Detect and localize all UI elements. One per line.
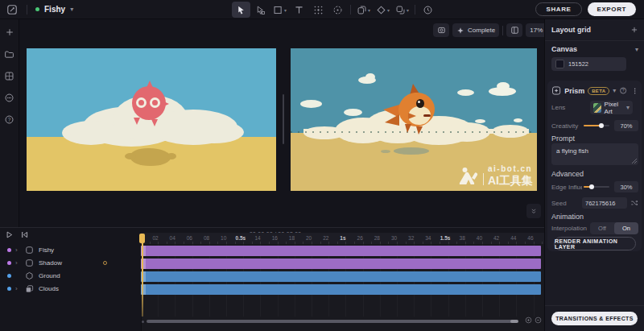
edge-influence-slider[interactable]: [584, 186, 609, 188]
add-icon[interactable]: [3, 26, 16, 39]
layout-grid-label: Layout grid: [551, 26, 591, 34]
interpolation-label: Interpolation: [551, 225, 587, 232]
scrollbar-end-cap: [510, 320, 518, 323]
canvas-color-swatch[interactable]: [555, 60, 564, 68]
prism-title: Prism: [564, 87, 584, 95]
snapshot-button[interactable]: [433, 23, 449, 37]
zoom-in-icon[interactable]: [525, 317, 532, 324]
edge-knob[interactable]: [589, 184, 594, 189]
history-tool-button[interactable]: [419, 2, 437, 18]
export-button[interactable]: EXPORT: [588, 2, 637, 16]
svg-text:?: ?: [8, 116, 11, 122]
horizontal-scrollbar[interactable]: [142, 320, 522, 323]
chevron-down-icon[interactable]: ▾: [613, 87, 616, 94]
help-icon[interactable]: ?: [3, 113, 16, 126]
interpolation-row: Interpolation Off On: [551, 222, 638, 234]
transitions-effects-button[interactable]: TRANSITIONS & EFFECTS: [551, 312, 638, 325]
chat-icon[interactable]: [3, 91, 16, 104]
node-select-tool-button[interactable]: [251, 2, 270, 18]
frame-tool-button[interactable]: ▾: [354, 2, 373, 18]
edge-influence-value[interactable]: 30%: [614, 181, 638, 192]
advanced-label: Advanced: [551, 170, 584, 178]
share-button[interactable]: SHARE: [535, 2, 581, 16]
scrollbar-thumb[interactable]: [147, 320, 514, 323]
svg-text:?: ?: [622, 88, 625, 93]
interpolation-off-option[interactable]: Off: [590, 222, 614, 234]
creativity-knob[interactable]: [599, 123, 604, 128]
keyframe-indicator[interactable]: [103, 261, 107, 265]
shuffle-icon[interactable]: [630, 199, 638, 207]
prompt-row: a flying fish: [547, 143, 642, 165]
watermark-title: AI工具集: [488, 175, 533, 186]
add-layout-grid-icon[interactable]: [630, 26, 638, 34]
canvas-section-header[interactable]: Canvas ▾: [551, 45, 638, 53]
resize-handle[interactable]: [632, 159, 637, 163]
seed-input[interactable]: 762175616: [582, 197, 627, 209]
lens-value: Pixel Art: [605, 101, 623, 115]
folder-icon[interactable]: [3, 48, 16, 60]
animation-frame-render[interactable]: ai-bot.cn AI工具集: [291, 48, 537, 191]
prism-header[interactable]: Prism BETA ▾ ?: [551, 85, 638, 96]
fish-shadow: [394, 147, 429, 155]
edge-influence-label: Edge Influe...: [551, 184, 582, 191]
prism-icon: [551, 85, 561, 96]
fish-shadow-bit: [381, 150, 390, 153]
rectangle-tool-button[interactable]: ▾: [270, 2, 289, 18]
layer-color-dot: [7, 261, 11, 265]
select-tool-button[interactable]: [232, 2, 250, 18]
seed-label: Seed: [551, 200, 567, 207]
app-logo-icon[interactable]: [6, 3, 19, 16]
layer-row-shadow[interactable]: ›Shadow: [0, 257, 141, 269]
timeline-track-clouds[interactable]: [141, 284, 541, 295]
render-animation-layer-button[interactable]: RENDER ANIMATION LAYER: [554, 237, 636, 250]
creativity-slider[interactable]: [584, 125, 609, 126]
fish-fin: [405, 124, 411, 133]
animation-frame-source[interactable]: [27, 48, 276, 191]
layer-name: Fishy: [39, 246, 54, 254]
layer-expand-chevron-icon[interactable]: ›: [15, 286, 21, 292]
canvas-section-label: Canvas: [551, 45, 577, 53]
interpolation-on-option[interactable]: On: [614, 222, 638, 234]
track-lanes: [141, 228, 541, 317]
layer-row-fishy[interactable]: ›Fishy: [0, 244, 141, 256]
watermark-logo-icon: [458, 167, 479, 184]
zoom-out-icon[interactable]: [535, 317, 542, 324]
tool-bar: ▾ ▾ ▾ ▾: [232, 2, 437, 18]
prompt-input[interactable]: a flying fish: [551, 143, 638, 165]
collapse-panel-button[interactable]: [526, 204, 541, 218]
fish-side-fin: [408, 113, 416, 119]
assets-icon[interactable]: [3, 69, 16, 82]
fish-shadow-bit: [167, 153, 176, 159]
rotate-tool-button[interactable]: [328, 2, 347, 18]
playhead-line[interactable]: [142, 234, 143, 317]
lens-label: Lens: [551, 104, 565, 111]
cloud: [457, 89, 474, 96]
creativity-value[interactable]: 70%: [614, 120, 638, 131]
kebab-menu-icon[interactable]: [631, 87, 638, 95]
frame-divider-handle[interactable]: [283, 94, 284, 144]
help-circle-icon[interactable]: ?: [619, 86, 627, 95]
text-tool-button[interactable]: [290, 2, 308, 18]
layer-expand-chevron-icon[interactable]: ›: [15, 247, 21, 254]
lens-dropdown[interactable]: Pixel Art ▾: [590, 101, 633, 114]
project-menu-chevron-icon[interactable]: ▾: [70, 6, 73, 13]
playhead-handle[interactable]: [139, 234, 145, 243]
divider: [350, 5, 351, 14]
timeline-track-shadow[interactable]: [141, 259, 541, 269]
layer-expand-chevron-icon[interactable]: ›: [15, 260, 21, 267]
timeline-panel: 00:00:00 / 00:02:00 ▾ 02040608100.5s1416…: [0, 227, 544, 331]
diamond-tool-button[interactable]: ▾: [374, 2, 392, 18]
layer-row-ground[interactable]: Ground: [0, 270, 141, 282]
chevron-down-icon[interactable]: ▾: [635, 46, 638, 53]
move-tool-button[interactable]: [309, 2, 328, 18]
layout-grid-row[interactable]: Layout grid: [551, 26, 638, 34]
shape-tool-button[interactable]: ▾: [393, 2, 411, 18]
complete-button[interactable]: Complete: [452, 23, 499, 37]
canvas-color-input[interactable]: 151522: [551, 57, 626, 71]
timeline-track-ground[interactable]: [141, 271, 541, 282]
fish-eye-glint: [418, 101, 420, 103]
layer-row-clouds[interactable]: ›Clouds: [0, 283, 141, 295]
pages-panel-button[interactable]: [506, 23, 522, 37]
canvas-area[interactable]: Complete 17% ▾: [19, 19, 544, 227]
timeline-track-fishy[interactable]: [141, 246, 541, 256]
